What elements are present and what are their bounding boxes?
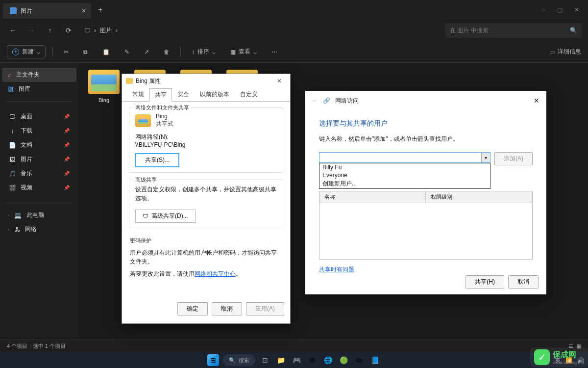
sidebar-item-1[interactable]: ↓下载📌 [3, 124, 75, 138]
dialog-body: 网络文件和文件夹共享 Bing 共享式 网络路径(N): \\BILLYFU-P… [122, 101, 290, 297]
dialog2-close-button[interactable]: ✕ [534, 97, 539, 105]
delete-button[interactable]: 🗑 [160, 47, 173, 57]
view-button[interactable]: ▦ 查看 ⌵ [226, 46, 261, 58]
sort-button[interactable]: ↕ 排序 ⌵ [188, 46, 220, 58]
app-icon[interactable]: ⚙ [306, 354, 318, 366]
path-label: 网络路径(N): [135, 133, 277, 141]
dropdown-option[interactable]: Billy Fu [319, 163, 490, 171]
sidebar-thispc[interactable]: ›💻此电脑 [2, 208, 76, 222]
dialog2-subtitle: 键入名称，然后单击"添加"，或者单击箭头查找用户。 [319, 135, 533, 143]
forward-button[interactable]: → [24, 24, 38, 37]
app-icon[interactable]: 📘 [369, 354, 381, 366]
edge-icon[interactable]: 🟢 [338, 354, 349, 366]
dialog2-heading: 选择要与其共享的用户 [319, 119, 533, 128]
search-box[interactable]: 🔍 [445, 23, 582, 38]
new-tab-button[interactable]: + [98, 5, 102, 14]
pin-icon: 📌 [64, 142, 70, 148]
pictures-icon [10, 7, 17, 14]
share-button[interactable]: ↗ [140, 47, 153, 57]
advanced-share-section: 高级共享 设置自定义权限，创建多个共享，并设置其他高级共享选项。 🛡 高级共享(… [129, 180, 283, 228]
close-button[interactable]: ✕ [574, 6, 579, 13]
add-button[interactable]: 添加(A) [494, 152, 533, 165]
back-icon[interactable]: ← [312, 97, 318, 104]
tab-previous[interactable]: 以前的版本 [195, 88, 235, 101]
rename-button[interactable]: ✎ [121, 47, 133, 57]
sidebar-item-5[interactable]: 🎬视频📌 [3, 181, 75, 195]
tab-general[interactable]: 常规 [127, 88, 149, 101]
share-confirm-button[interactable]: 共享(H) [466, 275, 504, 289]
user-input[interactable] [319, 152, 490, 163]
cancel-button[interactable]: 取消 [212, 302, 242, 315]
ok-button[interactable]: 确定 [177, 302, 208, 315]
window-controls: ─ ▢ ✕ [541, 6, 588, 13]
apply-button[interactable]: 应用(A) [246, 302, 284, 315]
folder-icon [135, 114, 151, 127]
dropdown-option[interactable]: 创建新用户... [319, 179, 490, 188]
list-header: 名称 权限级别 [319, 191, 532, 203]
pin-icon: 📌 [64, 171, 70, 176]
sidebar-icon: 📄 [9, 142, 16, 149]
tab-pictures[interactable]: 图片 ✕ [3, 3, 91, 19]
back-button[interactable]: ← [6, 24, 20, 37]
more-button[interactable]: ⋯ [268, 47, 281, 57]
search-input[interactable] [450, 27, 570, 34]
new-button[interactable]: + 新建 ⌵ [7, 45, 46, 58]
titlebar: 图片 ✕ + ─ ▢ ✕ [0, 0, 588, 20]
breadcrumb[interactable]: 🖵 › 图片 › [84, 26, 118, 35]
network-center-link[interactable]: 网络和共享中心 [195, 270, 236, 277]
user-dropdown: Billy Fu Everyone 创建新用户... [319, 163, 490, 189]
up-button[interactable]: ↑ [43, 24, 57, 37]
dialog-titlebar[interactable]: Bing 属性 ✕ [122, 74, 290, 88]
sidebar-item-3[interactable]: 🖼图片📌 [3, 152, 75, 166]
pin-icon: 📌 [64, 157, 70, 162]
app-icon[interactable]: 🌐 [322, 354, 334, 366]
share-icon: 🔗 [323, 97, 330, 104]
taskbar-search[interactable]: 🔍 搜索 [223, 354, 255, 366]
network-path: \\BILLYFU-PC\Bing [135, 141, 277, 148]
details-panel-button[interactable]: ▭ 详细信息 [549, 48, 581, 56]
explorer-icon[interactable]: 📁 [275, 354, 287, 366]
users-listbox[interactable]: 名称 权限级别 [319, 191, 533, 260]
tab-close-icon[interactable]: ✕ [81, 7, 86, 14]
refresh-button[interactable]: ⟳ [62, 24, 75, 37]
properties-dialog: Bing 属性 ✕ 常规 共享 安全 以前的版本 自定义 网络文件和文件夹共享 … [122, 74, 291, 324]
dropdown-option[interactable]: Everyone [319, 171, 490, 179]
pin-icon: 📌 [64, 128, 70, 133]
maximize-button[interactable]: ▢ [557, 6, 563, 13]
user-combobox[interactable]: ▾ Billy Fu Everyone 创建新用户... [319, 152, 490, 165]
search-icon[interactable]: 🔍 [570, 27, 577, 34]
task-view-icon[interactable]: ⊡ [259, 354, 271, 366]
sidebar-gallery[interactable]: 🖼图库 [2, 82, 76, 96]
shield-icon: 🛡 [143, 213, 148, 220]
dialog-tabs: 常规 共享 安全 以前的版本 自定义 [122, 88, 290, 101]
sidebar-home[interactable]: ⌂主文件夹 [2, 68, 76, 82]
start-button[interactable]: ⊞ [207, 354, 219, 366]
dialog-title: Bing 属性 [136, 77, 161, 85]
dialog2-footer: 共享(H) 取消 [305, 269, 546, 294]
tab-sharing[interactable]: 共享 [149, 88, 172, 102]
paste-button[interactable]: 📋 [98, 47, 114, 57]
minimize-button[interactable]: ─ [541, 6, 545, 13]
sidebar-item-2[interactable]: 📄文档📌 [3, 138, 75, 152]
share-state: 共享式 [156, 120, 173, 128]
copy-button[interactable]: ⧉ [79, 47, 92, 57]
cancel-button[interactable]: 取消 [508, 275, 539, 289]
sidebar-item-4[interactable]: 🎵音乐📌 [3, 166, 75, 181]
col-permission[interactable]: 权限级别 [426, 191, 532, 203]
cut-button[interactable]: ✂ [60, 47, 73, 57]
breadcrumb-pictures[interactable]: 图片 [100, 26, 112, 35]
combobox-arrow-icon[interactable]: ▾ [481, 153, 490, 162]
sidebar-network[interactable]: ›🖧网络 [2, 222, 76, 237]
sidebar-item-0[interactable]: 🖵桌面📌 [3, 109, 75, 124]
folder-bing[interactable]: Bing [85, 70, 122, 103]
tab-security[interactable]: 安全 [172, 88, 195, 101]
advanced-share-button[interactable]: 🛡 高级共享(D)... [135, 210, 196, 223]
navbar: ← → ↑ ⟳ 🖵 › 图片 › 🔍 [0, 20, 588, 41]
col-name[interactable]: 名称 [319, 191, 426, 203]
folder-icon [88, 70, 120, 94]
app-icon[interactable]: 🎮 [291, 354, 302, 366]
tab-customize[interactable]: 自定义 [235, 88, 263, 101]
store-icon[interactable]: 🛍 [353, 354, 365, 366]
dialog-close-button[interactable]: ✕ [272, 76, 286, 86]
share-button[interactable]: 共享(S)... [135, 153, 179, 167]
